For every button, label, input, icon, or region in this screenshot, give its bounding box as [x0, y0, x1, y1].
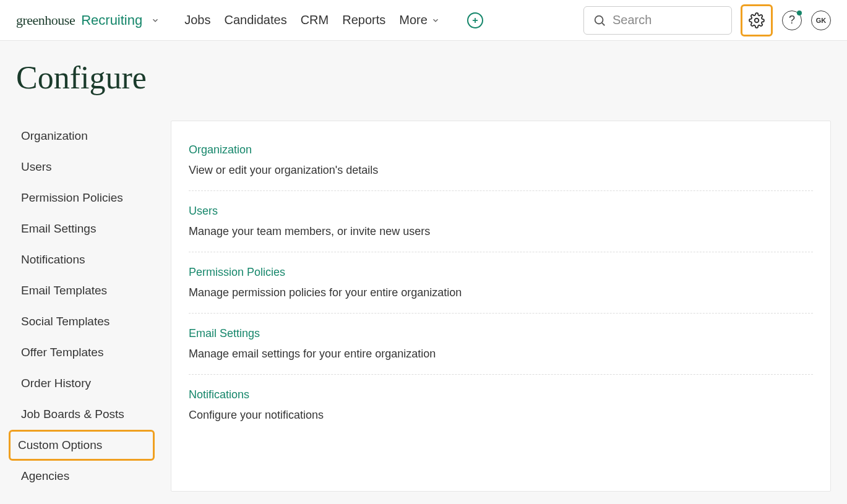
configure-sidebar: Organization Users Permission Policies E… [16, 121, 152, 492]
section-title-users[interactable]: Users [189, 205, 813, 218]
section-desc: Manage your team members, or invite new … [189, 225, 813, 238]
notification-dot [797, 11, 802, 15]
sidebar-item-notifications[interactable]: Notifications [16, 244, 152, 275]
sidebar-item-organization[interactable]: Organization [16, 121, 152, 152]
gear-icon [749, 12, 765, 28]
user-avatar[interactable]: GK [811, 11, 831, 30]
section-notifications: Notifications Configure your notificatio… [189, 375, 813, 435]
section-organization: Organization View or edit your organizat… [189, 130, 813, 191]
settings-button-highlight [741, 4, 773, 36]
topbar: greenhouse Recruiting Jobs Candidates CR… [0, 0, 847, 41]
section-desc: View or edit your organization's details [189, 164, 813, 177]
sidebar-item-permission-policies[interactable]: Permission Policies [16, 182, 152, 213]
search-box[interactable] [583, 6, 732, 35]
sidebar-item-order-history[interactable]: Order History [16, 368, 152, 399]
nav-candidates[interactable]: Candidates [224, 13, 286, 27]
page-title: Configure [0, 41, 847, 121]
section-permission-policies: Permission Policies Manage permission po… [189, 252, 813, 314]
section-users: Users Manage your team members, or invit… [189, 191, 813, 252]
sidebar-item-social-templates[interactable]: Social Templates [16, 306, 152, 337]
search-input[interactable] [613, 13, 723, 27]
brand-product: Recruiting [81, 12, 142, 28]
nav-crm[interactable]: CRM [301, 13, 329, 27]
section-desc: Configure your notifications [189, 409, 813, 422]
svg-line-3 [602, 23, 604, 25]
chevron-down-icon [431, 16, 440, 25]
add-button[interactable] [467, 12, 483, 28]
section-title-notifications[interactable]: Notifications [189, 388, 813, 401]
plus-icon [471, 16, 479, 25]
content-area: Organization Users Permission Policies E… [0, 121, 847, 492]
chevron-down-icon [147, 16, 160, 25]
section-email-settings: Email Settings Manage email settings for… [189, 314, 813, 375]
svg-point-2 [595, 15, 603, 23]
main-panel: Organization View or edit your organizat… [171, 121, 831, 492]
brand-name: greenhouse [16, 12, 75, 28]
sidebar-item-offer-templates[interactable]: Offer Templates [16, 337, 152, 368]
section-title-organization[interactable]: Organization [189, 143, 813, 156]
sidebar-item-custom-options[interactable]: Custom Options [9, 430, 155, 461]
primary-nav: Jobs Candidates CRM Reports More [184, 12, 483, 28]
section-title-email-settings[interactable]: Email Settings [189, 327, 813, 340]
brand-switcher[interactable]: greenhouse Recruiting [16, 12, 160, 28]
section-title-permission-policies[interactable]: Permission Policies [189, 266, 813, 279]
topbar-right: ? GK [583, 4, 831, 36]
search-icon [593, 14, 606, 27]
help-button[interactable]: ? [781, 10, 802, 31]
nav-reports[interactable]: Reports [342, 13, 385, 27]
sidebar-item-agencies[interactable]: Agencies [16, 461, 152, 492]
question-icon: ? [789, 14, 795, 27]
section-desc: Manage permission policies for your enti… [189, 286, 813, 299]
sidebar-item-email-settings[interactable]: Email Settings [16, 213, 152, 244]
user-initials: GK [816, 17, 827, 24]
nav-more-label: More [399, 13, 428, 27]
sidebar-item-email-templates[interactable]: Email Templates [16, 275, 152, 306]
section-desc: Manage email settings for your entire or… [189, 348, 813, 361]
nav-more[interactable]: More [399, 13, 440, 27]
svg-point-4 [755, 18, 759, 22]
nav-jobs[interactable]: Jobs [184, 13, 210, 27]
sidebar-item-job-boards-posts[interactable]: Job Boards & Posts [16, 399, 152, 430]
settings-button[interactable] [746, 10, 767, 31]
sidebar-item-users[interactable]: Users [16, 152, 152, 182]
